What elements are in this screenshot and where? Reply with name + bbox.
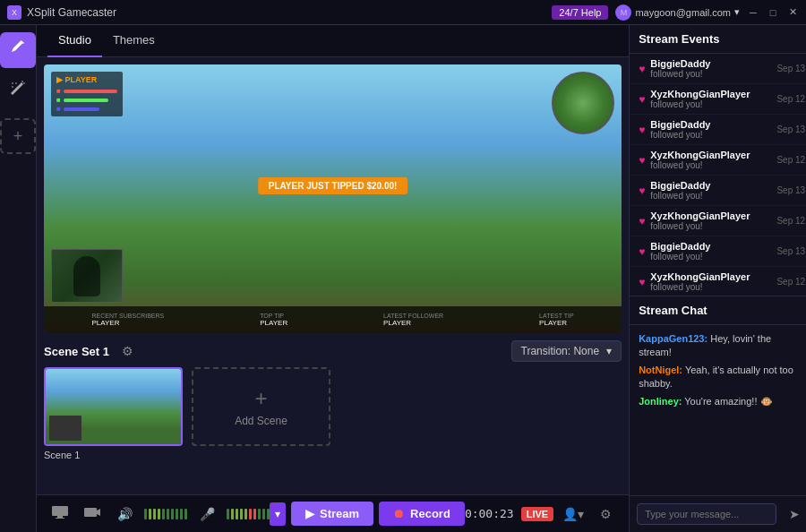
event-username: BiggieDaddy (650, 119, 710, 130)
mic-bar-7 (253, 509, 256, 519)
event-info: BiggieDaddy followed you! (650, 58, 710, 79)
chat-input-area: ➤ (630, 495, 806, 532)
player-silhouette (73, 256, 100, 296)
event-left: ♥ XyzKhongGianPlayer followed you! (639, 210, 750, 231)
transition-label: Transition: None (521, 345, 600, 357)
meter-bar-5 (162, 509, 165, 519)
event-action: followed you! (650, 282, 750, 292)
mic-bar-1 (227, 509, 229, 519)
scenes-row: Scene 1 + Add Scene (44, 367, 622, 487)
event-date: Sep 12 (776, 277, 805, 287)
user-icon: 👤 (562, 507, 578, 521)
event-left: ♥ XyzKhongGianPlayer followed you! (639, 150, 750, 170)
scene-thumb-1[interactable]: Scene 1 (44, 367, 183, 460)
add-icon: + (13, 127, 23, 146)
record-button[interactable]: ⏺ Record (379, 502, 465, 526)
chat-input[interactable] (637, 503, 776, 525)
event-item: ♥ XyzKhongGianPlayer followed you! Sep 1… (630, 267, 806, 296)
chat-send-button[interactable]: ➤ (782, 502, 806, 527)
meter-bar-9 (180, 509, 183, 519)
camera-button[interactable] (80, 502, 105, 527)
player-cam (51, 249, 123, 303)
chat-messages: KappaGen123: Hey, lovin' the stream!NotN… (630, 325, 806, 495)
transition-dropdown[interactable]: Transition: None ▾ (511, 340, 622, 362)
wand-icon (9, 79, 27, 101)
support-button[interactable]: 24/7 Help (552, 5, 608, 20)
account-button[interactable]: M maygoon@gmail.com ▾ (615, 4, 740, 21)
close-button[interactable]: ✕ (786, 6, 799, 19)
title-bar-right: 24/7 Help M maygoon@gmail.com ▾ ─ □ ✕ (552, 4, 799, 21)
mic-button[interactable]: 🎤 (194, 502, 219, 527)
event-info: BiggieDaddy followed you! (650, 241, 710, 262)
tip-banner: PLAYER JUST TIPPED $20.00! (258, 177, 408, 194)
bottom-left: 🔊 🎤 (47, 502, 270, 527)
camera-icon (84, 506, 100, 521)
event-date: Sep 13 (776, 185, 805, 195)
minimize-button[interactable]: ─ (747, 6, 759, 19)
display-button[interactable] (47, 502, 73, 527)
heart-icon: ♥ (639, 184, 645, 197)
chat-message: Jonliney: You're amazing!! 🐵 (639, 395, 805, 408)
event-action: followed you! (650, 130, 710, 140)
scene-label-1: Scene 1 (44, 450, 183, 460)
event-info: BiggieDaddy followed you! (650, 119, 710, 140)
speaker-button[interactable]: 🔊 (112, 502, 137, 527)
record-label: Record (410, 507, 450, 520)
scene-settings-button[interactable]: ⚙ (116, 340, 138, 362)
tab-themes[interactable]: Themes (102, 25, 166, 57)
title-bar: X XSplit Gamecaster 24/7 Help M maygoon@… (0, 0, 806, 25)
event-username: BiggieDaddy (650, 241, 710, 252)
event-date: Sep 12 (776, 216, 805, 226)
event-item: ♥ BiggieDaddy followed you! Sep 13 (630, 176, 806, 206)
bottom-right: 0:00:23 LIVE 👤 ▾ ⚙ (465, 502, 618, 527)
audio-meter-speaker (144, 509, 187, 519)
event-left: ♥ BiggieDaddy followed you! (639, 180, 710, 201)
stream-chat: Stream Chat KappaGen123: Hey, lovin' the… (630, 296, 806, 532)
sidebar-item-wand[interactable] (0, 72, 36, 107)
stat-top: TOP TIP PLAYER (260, 313, 287, 327)
heart-icon: ♥ (639, 245, 645, 258)
settings-button[interactable]: ⚙ (593, 502, 618, 527)
heart-icon: ♥ (639, 154, 645, 167)
event-username: XyzKhongGianPlayer (650, 150, 750, 160)
event-list: ♥ BiggieDaddy followed you! Sep 13 ♥ Xyz… (630, 54, 806, 296)
main-content: Studio Themes ▶ PLAYER ■ (37, 25, 629, 532)
add-scene-button[interactable]: + Add Scene (192, 367, 330, 446)
event-date: Sep 12 (776, 155, 805, 165)
sidebar-item-edit[interactable] (0, 32, 36, 68)
user-button[interactable]: 👤 ▾ (561, 502, 586, 527)
meter-bar-6 (167, 509, 169, 519)
scene-controls: Scene Set 1 ⚙ Transition: None ▾ (44, 333, 622, 367)
nav-tabs: Studio Themes (37, 25, 629, 57)
event-item: ♥ BiggieDaddy followed you! Sep 13 (630, 115, 806, 145)
event-action: followed you! (650, 160, 750, 170)
stream-button[interactable]: ▶ Stream (291, 502, 373, 526)
meter-bar-8 (176, 509, 178, 519)
event-item: ♥ XyzKhongGianPlayer followed you! Sep 1… (630, 84, 806, 115)
meter-bar-10 (184, 509, 187, 519)
settings-icon: ⚙ (600, 507, 612, 521)
title-bar-left: X XSplit Gamecaster (7, 5, 116, 20)
event-action: followed you! (650, 191, 710, 201)
stream-events: Stream Events ♥ BiggieDaddy followed you… (630, 25, 806, 296)
stream-chat-header: Stream Chat (630, 296, 806, 325)
mic-bar-6 (249, 509, 252, 519)
meter-bar-7 (171, 509, 174, 519)
chat-message: KappaGen123: Hey, lovin' the stream! (639, 332, 805, 360)
stream-icon: ▶ (305, 507, 314, 520)
stat-recent: RECENT SUBSCRIBERS PLAYER (91, 313, 164, 327)
svg-rect-0 (52, 506, 68, 516)
event-info: XyzKhongGianPlayer followed you! (650, 89, 750, 109)
heart-icon: ♥ (639, 63, 645, 75)
event-info: XyzKhongGianPlayer followed you! (650, 150, 750, 170)
stream-arrow-icon: ▾ (275, 508, 280, 520)
event-action: followed you! (650, 252, 710, 262)
send-icon: ➤ (789, 507, 800, 521)
app-name: XSplit Gamecaster (27, 6, 116, 19)
sidebar-item-add[interactable]: + (0, 118, 36, 154)
tab-studio[interactable]: Studio (47, 25, 102, 57)
chat-message: NotNigel: Yeah, it's actually not too sh… (639, 364, 805, 391)
stream-arrow-button[interactable]: ▾ (270, 502, 286, 526)
event-username: XyzKhongGianPlayer (650, 89, 750, 99)
maximize-button[interactable]: □ (767, 6, 779, 19)
